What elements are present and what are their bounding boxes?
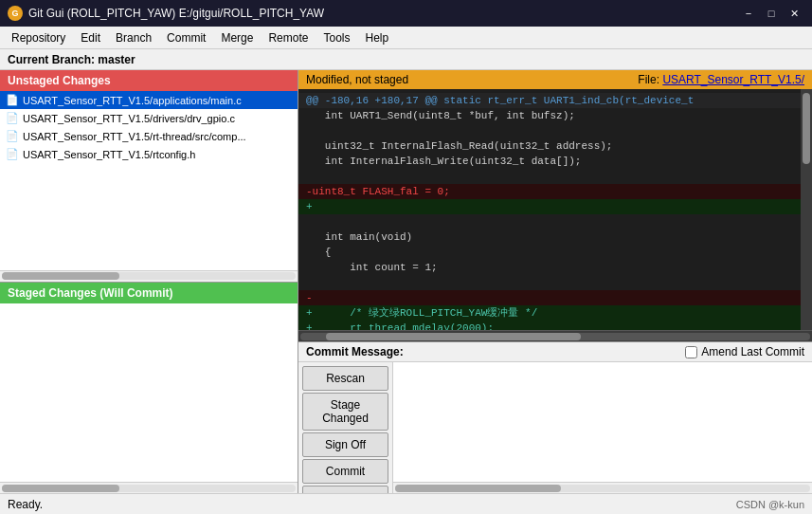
- scrollbar-track: [2, 272, 296, 280]
- file-name: USART_Sensor_RTT_V1.5/rt-thread/src/comp…: [23, 131, 246, 142]
- diff-line: + /* 绿文绿ROLL_PITCH_YAW缓冲量 */: [298, 305, 801, 321]
- diff-line: [298, 123, 801, 138]
- rescan-button[interactable]: Rescan: [302, 366, 388, 391]
- scrollbar-thumb: [2, 272, 119, 280]
- diff-line: int InternalFlash_Write(uint32_t data[])…: [298, 154, 801, 169]
- file-icon: 📄: [6, 94, 19, 106]
- sign-off-button[interactable]: Sign Off: [302, 432, 388, 457]
- diff-line: int count = 1;: [298, 260, 801, 275]
- diff-file-link[interactable]: USART_Sensor_RTT_V1.5/: [662, 73, 804, 86]
- staged-list[interactable]: [0, 303, 298, 483]
- staged-scrollbar-x[interactable]: [0, 482, 298, 493]
- commit-scrollbar-x[interactable]: [393, 482, 812, 493]
- commit-header: Commit Message: Amend Last Commit: [298, 342, 812, 362]
- file-name: USART_Sensor_RTT_V1.5/rtconfig.h: [23, 149, 195, 160]
- diff-line: +: [298, 199, 801, 214]
- maximize-button[interactable]: □: [761, 5, 782, 22]
- menu-edit[interactable]: Edit: [73, 29, 108, 46]
- file-name: USART_Sensor_RTT_V1.5/applications/main.…: [23, 95, 242, 106]
- title-controls: − □ ✕: [738, 5, 804, 22]
- minimize-button[interactable]: −: [738, 5, 759, 22]
- status-text: Ready.: [8, 498, 43, 511]
- diff-line: [298, 214, 801, 229]
- diff-line: + rt_thread_mdelay(2000);: [298, 321, 801, 330]
- branch-bar: Current Branch: master: [0, 49, 812, 70]
- scrollbar-track: [395, 485, 810, 492]
- commit-message-input[interactable]: [393, 362, 812, 482]
- menu-bar: Repository Edit Branch Commit Merge Remo…: [0, 27, 812, 49]
- commit-button[interactable]: Commit: [302, 459, 388, 484]
- diff-vertical-scrollbar[interactable]: [801, 89, 812, 330]
- diff-line: uint32_t InternalFlash_Read(uint32_t add…: [298, 138, 801, 154]
- close-button[interactable]: ✕: [784, 5, 804, 22]
- diff-content[interactable]: @@ -180,16 +180,17 @@ static rt_err_t UA…: [298, 89, 801, 330]
- diff-line: -uint8_t FLASH_fal = 0;: [298, 184, 801, 199]
- scrollbar-track: [300, 333, 810, 340]
- status-right: CSDN @k-kun: [736, 499, 804, 510]
- menu-tools[interactable]: Tools: [316, 29, 357, 46]
- file-icon: 📄: [6, 130, 19, 142]
- branch-label: Current Branch: master: [8, 53, 135, 66]
- unstaged-file-item[interactable]: 📄 USART_Sensor_RTT_V1.5/drivers/drv_gpio…: [0, 109, 298, 127]
- diff-header: Modified, not staged File: USART_Sensor_…: [298, 70, 812, 89]
- diff-line: [298, 275, 801, 290]
- unstaged-section: Unstaged Changes 📄 USART_Sensor_RTT_V1.5…: [0, 70, 298, 283]
- unstaged-list[interactable]: 📄 USART_Sensor_RTT_V1.5/applications/mai…: [0, 91, 298, 270]
- diff-line: [298, 169, 801, 184]
- stage-changed-button[interactable]: Stage Changed: [302, 393, 388, 431]
- commit-buttons: Rescan Stage Changed Sign Off Commit Pus…: [298, 362, 393, 493]
- scrollbar-thumb: [2, 485, 119, 492]
- menu-branch[interactable]: Branch: [108, 29, 159, 46]
- scrollbar-thumb: [395, 485, 561, 492]
- amend-checkbox-area: Amend Last Commit: [685, 345, 804, 358]
- right-panel: Modified, not staged File: USART_Sensor_…: [298, 70, 812, 493]
- title-text: Git Gui (ROLL_PITCH_YAW) E:/gitgui/ROLL_…: [28, 7, 324, 20]
- menu-merge[interactable]: Merge: [213, 29, 261, 46]
- diff-line: -: [298, 290, 801, 305]
- left-panel: Unstaged Changes 📄 USART_Sensor_RTT_V1.5…: [0, 70, 298, 493]
- diff-status-label: Modified, not staged: [306, 73, 408, 86]
- menu-repository[interactable]: Repository: [4, 29, 73, 46]
- diff-line: {: [298, 245, 801, 260]
- commit-message-area: [393, 362, 812, 493]
- file-icon: 📄: [6, 148, 19, 160]
- push-button[interactable]: Push: [302, 486, 388, 493]
- diff-scrollbar-x[interactable]: [298, 330, 812, 341]
- commit-body: Rescan Stage Changed Sign Off Commit Pus…: [298, 362, 812, 493]
- menu-help[interactable]: Help: [357, 29, 396, 46]
- diff-line: @@ -180,16 +180,17 @@ static rt_err_t UA…: [298, 93, 801, 108]
- staged-header: Staged Changes (Will Commit): [0, 283, 298, 303]
- file-name: USART_Sensor_RTT_V1.5/drivers/drv_gpio.c: [23, 113, 235, 124]
- unstaged-file-item[interactable]: 📄 USART_Sensor_RTT_V1.5/rt-thread/src/co…: [0, 127, 298, 145]
- scrollbar-thumb: [803, 93, 810, 164]
- diff-line: int main(void): [298, 229, 801, 245]
- diff-line: int UART1_Send(uint8_t *buf, int bufsz);: [298, 108, 801, 123]
- title-bar: G Git Gui (ROLL_PITCH_YAW) E:/gitgui/ROL…: [0, 0, 812, 27]
- menu-commit[interactable]: Commit: [159, 29, 213, 46]
- menu-remote[interactable]: Remote: [261, 29, 316, 46]
- unstaged-file-item[interactable]: 📄 USART_Sensor_RTT_V1.5/rtconfig.h: [0, 145, 298, 163]
- amend-checkbox[interactable]: [685, 346, 697, 358]
- diff-area: @@ -180,16 +180,17 @@ static rt_err_t UA…: [298, 89, 812, 330]
- unstaged-header: Unstaged Changes: [0, 70, 298, 91]
- commit-header-label: Commit Message:: [306, 345, 404, 358]
- diff-file-info: File: USART_Sensor_RTT_V1.5/: [638, 73, 804, 86]
- staged-section: Staged Changes (Will Commit): [0, 283, 298, 494]
- main-content: Unstaged Changes 📄 USART_Sensor_RTT_V1.5…: [0, 70, 812, 493]
- file-icon: 📄: [6, 112, 19, 124]
- title-left: G Git Gui (ROLL_PITCH_YAW) E:/gitgui/ROL…: [8, 6, 324, 21]
- amend-label[interactable]: Amend Last Commit: [701, 345, 804, 358]
- unstaged-file-item[interactable]: 📄 USART_Sensor_RTT_V1.5/applications/mai…: [0, 91, 298, 109]
- status-bar: Ready. CSDN @k-kun: [0, 493, 812, 514]
- scrollbar-track: [2, 485, 296, 492]
- diff-file-label: File:: [638, 73, 659, 86]
- unstaged-scrollbar-x[interactable]: [0, 270, 298, 282]
- scrollbar-thumb: [326, 333, 581, 340]
- app-icon: G: [8, 6, 23, 21]
- commit-area: Commit Message: Amend Last Commit Rescan…: [298, 341, 812, 493]
